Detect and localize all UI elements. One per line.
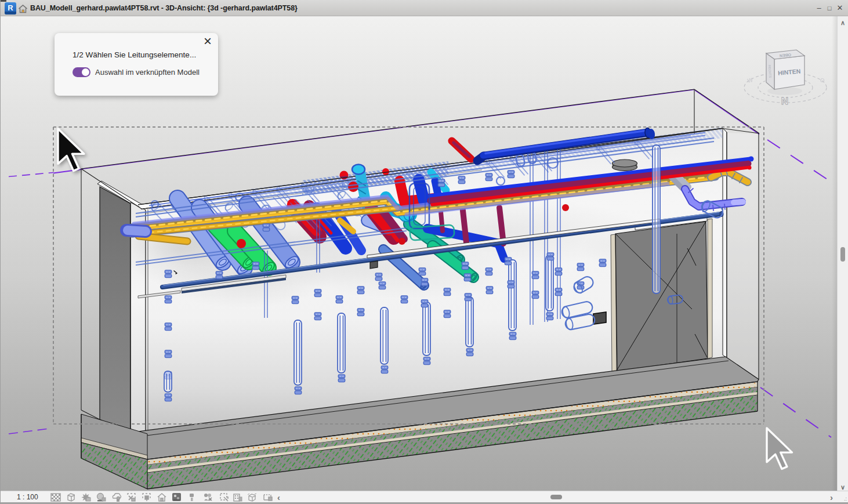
svg-text:W: W <box>746 77 753 84</box>
svg-text:N: N <box>781 96 788 107</box>
svg-text:O: O <box>820 77 825 84</box>
